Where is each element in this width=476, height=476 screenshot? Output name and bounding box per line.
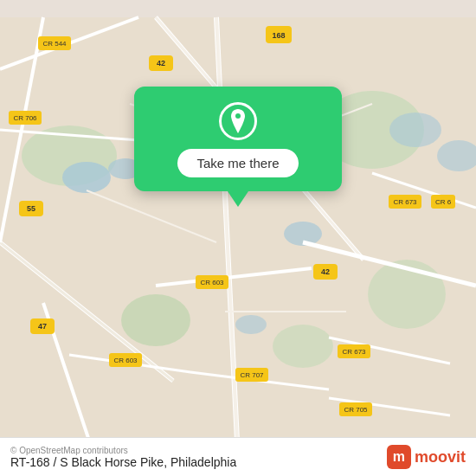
- svg-point-6: [62, 162, 111, 193]
- moovit-text: moovit: [415, 448, 466, 466]
- location-title: RT-168 / S Black Horse Pike, Philadelphi…: [10, 455, 236, 469]
- moovit-logo: m moovit: [387, 445, 466, 469]
- popup-card: Take me there: [134, 87, 342, 191]
- svg-text:CR 707: CR 707: [240, 371, 264, 379]
- map-background: 168 42 42 55 47 CR 544 CR 706 CR 603 CR …: [0, 0, 476, 476]
- svg-text:47: 47: [38, 322, 47, 331]
- svg-text:55: 55: [27, 204, 35, 213]
- attribution-text: © OpenStreetMap contributors: [10, 446, 236, 455]
- map-container: 168 42 42 55 47 CR 544 CR 706 CR 603 CR …: [0, 0, 476, 476]
- location-icon-wrapper: [219, 102, 257, 140]
- svg-text:CR 706: CR 706: [13, 114, 37, 122]
- svg-text:CR 544: CR 544: [42, 40, 67, 48]
- bottom-bar-left: © OpenStreetMap contributors RT-168 / S …: [10, 446, 236, 469]
- svg-text:CR 603: CR 603: [113, 357, 138, 364]
- svg-text:CR 603: CR 603: [200, 279, 224, 286]
- take-me-there-button[interactable]: Take me there: [177, 149, 298, 177]
- svg-text:42: 42: [321, 267, 330, 276]
- svg-text:CR 673: CR 673: [342, 348, 366, 356]
- svg-point-9: [235, 315, 267, 334]
- svg-text:42: 42: [157, 59, 165, 68]
- svg-text:CR 673: CR 673: [393, 198, 417, 206]
- moovit-icon: m: [387, 445, 411, 469]
- svg-text:CR 6: CR 6: [435, 198, 452, 206]
- svg-point-4: [121, 294, 190, 346]
- location-pin-icon: [228, 109, 248, 133]
- svg-point-61: [235, 113, 241, 119]
- svg-point-5: [273, 325, 333, 368]
- svg-point-8: [284, 222, 322, 246]
- svg-text:CR 705: CR 705: [344, 406, 368, 414]
- svg-text:168: 168: [272, 31, 285, 40]
- bottom-bar: © OpenStreetMap contributors RT-168 / S …: [0, 437, 476, 476]
- svg-point-10: [389, 113, 441, 147]
